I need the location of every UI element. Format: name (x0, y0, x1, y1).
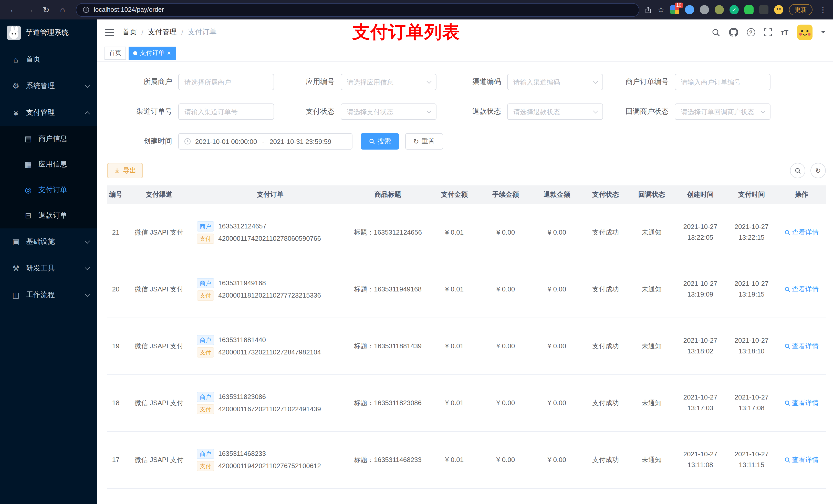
cell-status: 支付成功 (582, 375, 628, 431)
extension-icon[interactable] (700, 5, 709, 14)
sidebar-item-home[interactable]: ⌂ 首页 (0, 46, 97, 73)
col-header-title: 商品标题 (347, 186, 429, 204)
sidebar-item-system[interactable]: ⚙ 系统管理 (0, 73, 97, 99)
extension-icon[interactable]: 10 (670, 5, 679, 14)
cell-action: 查看详情 (777, 317, 826, 375)
col-header-notify: 回调状态 (628, 186, 675, 204)
sidebar-item-app-info[interactable]: ▦ 应用信息 (0, 152, 97, 177)
cell-fee: ¥ 0.00 (480, 431, 531, 488)
sidebar-collapse-icon[interactable] (105, 29, 114, 35)
notify-status-select[interactable] (675, 103, 770, 120)
refresh-table-button[interactable]: ↻ (810, 163, 826, 178)
cell-title (347, 488, 429, 504)
cell-create-time: 2021-10-2713:17:03 (675, 375, 726, 431)
user-avatar[interactable] (797, 25, 812, 40)
breadcrumb-section[interactable]: 支付管理 (148, 28, 177, 37)
filter-field-channel-code: 渠道编码 (436, 74, 603, 90)
browser-reload-icon[interactable]: ↻ (40, 3, 53, 16)
document-icon: ⊟ (23, 211, 34, 220)
app-no-select[interactable] (341, 74, 436, 90)
cell-pay-time (726, 488, 777, 504)
sidebar-item-workflow[interactable]: ◫ 工作流程 (0, 282, 97, 308)
pay-status-select[interactable] (341, 103, 436, 120)
sidebar-item-merchant-info[interactable]: ▤ 商户信息 (0, 126, 97, 152)
tab-pay-order[interactable]: 支付订单 × (128, 46, 175, 60)
date-range-picker[interactable]: 2021-10-01 00:00:00 - 2021-10-31 23:59:5… (178, 133, 353, 149)
cell-status: 支付成功 (582, 204, 628, 261)
export-button[interactable]: 导出 (107, 163, 143, 178)
bank-card-icon: ▤ (23, 134, 34, 143)
view-detail-link[interactable]: 查看详情 (784, 341, 819, 351)
view-detail-link[interactable]: 查看详情 (784, 455, 819, 464)
cell-id: 20 (107, 261, 124, 317)
sidebar-item-infra[interactable]: ▣ 基础设施 (0, 229, 97, 255)
cell-title: 标题：1635311468233 (347, 431, 429, 488)
tab-close-icon[interactable]: × (167, 50, 171, 56)
search-button[interactable]: 搜索 (361, 133, 399, 149)
browser-home-icon[interactable]: ⌂ (56, 3, 69, 16)
view-detail-link[interactable]: 查看详情 (784, 398, 819, 407)
active-dot (133, 51, 137, 55)
cell-title: 标题：1635312124656 (347, 204, 429, 261)
sidebar-item-refund-order[interactable]: ⊟ 退款订单 (0, 203, 97, 229)
sidebar-item-dev-tools[interactable]: ⚒ 研发工具 (0, 255, 97, 282)
address-bar[interactable]: localhost:1024/pay/order (76, 3, 639, 17)
tab-home[interactable]: 首页 (104, 46, 126, 60)
help-icon[interactable]: ? (747, 28, 755, 37)
extension-icon[interactable] (730, 5, 739, 14)
channel-code-select[interactable] (507, 74, 603, 90)
app-logo[interactable]: 芋道管理系统 (0, 20, 97, 46)
cell-pay-time: 2021-10-2713:17:08 (726, 375, 777, 431)
filter-field-notify-status: 回调商户状态 (603, 103, 770, 120)
orders-table: 编号 支付渠道 支付订单 商品标题 支付金额 手续金额 退款金额 支付状态 回调… (107, 186, 826, 504)
cell-fee: ¥ 0.00 (480, 261, 531, 317)
font-size-icon[interactable]: тT (781, 28, 788, 37)
cell-order: 商户1635312124657 支付4200001174202110278060… (194, 204, 347, 261)
extension-icon[interactable] (715, 5, 724, 14)
search-icon[interactable] (711, 28, 720, 37)
cell-channel: 微信 JSAPI 支付 (124, 317, 194, 375)
sidebar-item-pay[interactable]: ¥ 支付管理 (0, 99, 97, 126)
app-title: 芋道管理系统 (26, 28, 69, 38)
view-detail-link[interactable]: 查看详情 (784, 285, 819, 294)
merchant-select-input[interactable] (178, 74, 274, 90)
search-icon (784, 457, 790, 463)
search-icon (784, 343, 790, 349)
cell-fee: ¥ 0.00 (480, 375, 531, 431)
cell-notify: 未通知 (628, 261, 675, 317)
extension-icon[interactable] (744, 5, 754, 14)
reset-button[interactable]: ↻ 重置 (405, 133, 443, 149)
extension-icon[interactable] (685, 5, 694, 14)
cell-amount: ¥ 0.01 (429, 204, 480, 261)
cell-status: 支付成功 (582, 261, 628, 317)
chevron-down-icon (85, 238, 90, 243)
browser-menu-icon[interactable]: ⋮ (818, 5, 828, 14)
extension-icon[interactable] (759, 5, 768, 14)
cell-order: 商户1635311881440 支付4200001173202110272847… (194, 317, 347, 375)
extension-badge: 10 (675, 3, 683, 8)
profile-avatar-icon[interactable] (774, 5, 783, 14)
chevron-down-icon (85, 265, 90, 270)
view-detail-link[interactable]: 查看详情 (784, 228, 819, 237)
browser-forward-icon[interactable]: → (23, 3, 37, 16)
sidebar-item-pay-order[interactable]: ◎ 支付订单 (0, 177, 97, 203)
channel-order-no-input[interactable] (178, 103, 274, 120)
bookmark-star-icon[interactable]: ☆ (658, 5, 664, 14)
breadcrumb-home[interactable]: 首页 (122, 28, 137, 37)
cell-status: 支付成功 (582, 431, 628, 488)
site-info-icon[interactable] (82, 6, 90, 13)
cell-channel: 微信 JSAPI 支付 (124, 375, 194, 431)
avatar-caret-icon[interactable] (821, 31, 825, 35)
search-icon (784, 400, 790, 406)
share-icon[interactable] (644, 6, 652, 14)
github-icon[interactable] (729, 28, 738, 37)
cell-amount: ¥ 0.01 (429, 261, 480, 317)
refund-status-select[interactable] (507, 103, 603, 120)
fullscreen-icon[interactable] (764, 28, 772, 37)
browser-update-button[interactable]: 更新 (789, 4, 812, 15)
page-title-annotation: 支付订单列表 (353, 21, 460, 44)
toggle-search-button[interactable] (790, 163, 805, 178)
monitor-icon: ▣ (10, 237, 22, 246)
merchant-order-no-input[interactable] (675, 74, 770, 90)
browser-back-icon[interactable]: ← (7, 3, 20, 16)
